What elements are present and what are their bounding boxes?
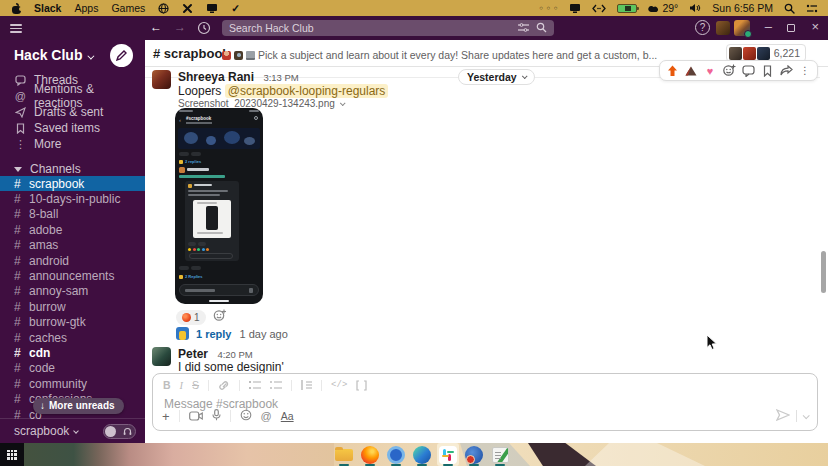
date-divider-pill[interactable]: Yesterday: [458, 69, 535, 85]
bulleted-list-icon[interactable]: [270, 380, 282, 390]
thread-summary[interactable]: 1 reply 1 day ago: [176, 327, 288, 340]
link-icon[interactable]: [218, 380, 230, 391]
display-status-icon[interactable]: [569, 3, 581, 14]
hamburger-icon[interactable]: [10, 24, 22, 33]
compose-button[interactable]: [110, 44, 133, 67]
display-icon[interactable]: [206, 3, 218, 14]
overflow-dots-icon[interactable]: ○ ○ ○: [539, 5, 558, 11]
temperature-label[interactable]: 29°: [662, 2, 678, 14]
emoji-icon[interactable]: [240, 407, 252, 425]
workspace-header[interactable]: Hack Club: [0, 40, 145, 68]
sidebar-item-annoy-sam[interactable]: #annoy-sam: [0, 284, 145, 299]
taskbar-item-edge[interactable]: [411, 443, 433, 466]
window-minimize-button[interactable]: –: [765, 19, 772, 34]
weather-icon[interactable]: [648, 4, 659, 13]
menubar-clock[interactable]: Sun 6:56 PM: [712, 2, 773, 14]
taskbar-item-slack[interactable]: [437, 443, 459, 466]
window-maximize-button[interactable]: [787, 24, 795, 32]
history-back-button[interactable]: ←: [150, 20, 162, 34]
custom-emoji-reaction-button[interactable]: [683, 63, 699, 79]
code-arrows-icon[interactable]: [592, 4, 606, 13]
sidebar-item-burrow-gtk[interactable]: #burrow-gtk: [0, 315, 145, 330]
strikethrough-button[interactable]: S: [192, 379, 199, 391]
formatting-toggle-button[interactable]: Aa: [281, 410, 294, 422]
help-button[interactable]: ?: [695, 20, 710, 35]
globe-icon[interactable]: [158, 3, 169, 14]
sidebar-item-10-days-in-public[interactable]: #10-days-in-public: [0, 191, 145, 206]
workspace-switcher-avatar[interactable]: [716, 21, 730, 35]
sidebar-item-8-ball[interactable]: #8-ball: [0, 207, 145, 222]
share-message-button[interactable]: [778, 63, 794, 79]
mic-icon[interactable]: [212, 407, 221, 425]
ordered-list-icon[interactable]: [249, 380, 261, 390]
more-unreads-button[interactable]: ↓More unreads: [33, 398, 124, 414]
add-reaction-button[interactable]: [213, 308, 227, 326]
taskbar-item-game[interactable]: [463, 443, 485, 466]
send-button[interactable]: [776, 407, 790, 425]
sidebar-item-amas[interactable]: #amas: [0, 238, 145, 253]
sidebar-item-saved[interactable]: Saved items: [0, 120, 145, 136]
menubar-app-name[interactable]: Slack: [34, 2, 61, 14]
scrollbar-thumb[interactable]: [821, 251, 826, 293]
tools-icon[interactable]: [182, 3, 193, 14]
sidebar-item-mentions[interactable]: @Mentions & reactions: [0, 88, 145, 104]
taskbar-item-editor[interactable]: [489, 443, 511, 466]
more-actions-button[interactable]: ⋮: [797, 63, 813, 79]
battery-icon[interactable]: [617, 4, 637, 13]
search-input[interactable]: Search Hack Club: [222, 20, 554, 36]
italic-button[interactable]: I: [180, 380, 184, 391]
sidebar-item-announcements[interactable]: #announcements: [0, 268, 145, 283]
avatar[interactable]: [152, 70, 171, 89]
search-icon[interactable]: [536, 22, 547, 35]
schedule-send-button[interactable]: [803, 412, 810, 419]
message-author[interactable]: Peter: [178, 347, 208, 361]
sidebar-item-caches[interactable]: #caches: [0, 330, 145, 345]
message-author[interactable]: Shreeya Rani: [178, 70, 254, 84]
filter-icon[interactable]: [518, 22, 529, 34]
channel-topic[interactable]: Pick a subject and learn about it every …: [222, 49, 657, 61]
sidebar-item-community[interactable]: #community: [0, 376, 145, 391]
usergroup-mention[interactable]: @scrapbook-looping-regulars: [225, 84, 389, 98]
thread-replies-link[interactable]: 1 reply: [196, 328, 231, 340]
inline-code-button[interactable]: </>: [331, 380, 347, 390]
sidebar-item-adobe[interactable]: #adobe: [0, 222, 145, 237]
check-icon[interactable]: ✓: [231, 2, 240, 14]
sidebar-item-burrow[interactable]: #burrow: [0, 299, 145, 314]
sidebar-item-code[interactable]: #code: [0, 361, 145, 376]
taskbar-item-firefox[interactable]: [359, 443, 381, 466]
sidebar-item-android[interactable]: #android: [0, 253, 145, 268]
volume-icon[interactable]: [689, 3, 701, 13]
menubar-item-games[interactable]: Games: [111, 2, 145, 14]
menubar-item-apps[interactable]: Apps: [74, 2, 98, 14]
heart-reaction-button[interactable]: ♥: [702, 63, 718, 79]
video-icon[interactable]: [189, 407, 203, 425]
save-for-later-button[interactable]: [759, 63, 775, 79]
taskbar-item-files[interactable]: [333, 443, 355, 466]
channels-section-header[interactable]: Channels: [14, 162, 81, 176]
reply-in-thread-button[interactable]: [740, 63, 756, 79]
window-close-button[interactable]: ×: [811, 19, 819, 34]
sidebar-item-more[interactable]: ⋮More: [0, 136, 145, 152]
upvote-reaction-button[interactable]: [664, 63, 680, 79]
blockquote-icon[interactable]: [301, 380, 312, 390]
app-launcher-button[interactable]: [0, 443, 24, 466]
history-forward-button[interactable]: →: [174, 20, 186, 34]
sidebar-item-scrapbook[interactable]: #scrapbook: [0, 176, 145, 191]
attachment-thumbnail[interactable]: ‹ #scrapbook 2 replies: [175, 108, 263, 304]
attach-button[interactable]: +: [162, 409, 170, 424]
control-center-icon[interactable]: [806, 4, 818, 13]
sidebar-item-cdn[interactable]: #cdn: [0, 345, 145, 360]
bold-button[interactable]: B: [163, 379, 171, 391]
history-icon[interactable]: [197, 21, 211, 39]
message-timestamp[interactable]: 3:13 PM: [263, 72, 298, 83]
footer-channel-name[interactable]: scrapbook: [14, 424, 69, 438]
spotlight-icon[interactable]: [784, 3, 795, 14]
apple-icon[interactable]: [12, 3, 21, 14]
reaction-pill[interactable]: 1: [176, 310, 206, 325]
message-timestamp[interactable]: 4:20 PM: [217, 349, 252, 360]
user-avatar[interactable]: [734, 20, 750, 36]
huddle-toggle[interactable]: [103, 424, 136, 439]
add-reaction-button[interactable]: [721, 63, 737, 79]
taskbar-item-chromium[interactable]: [385, 443, 407, 466]
avatar[interactable]: [152, 347, 171, 366]
